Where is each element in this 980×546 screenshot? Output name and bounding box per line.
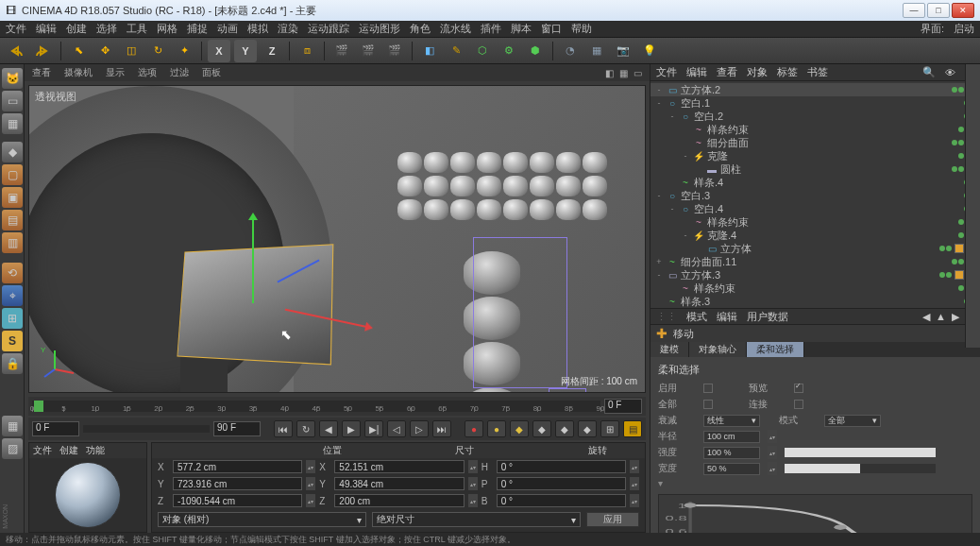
rotate-icon[interactable]: ↻	[146, 40, 169, 62]
obj-menu[interactable]: 书签	[807, 65, 828, 79]
key-rot-button[interactable]: ◆	[555, 420, 574, 437]
model-mode-icon[interactable]: 🐱	[2, 68, 23, 89]
vp-menu-面板[interactable]: 面板	[202, 66, 221, 79]
size-Y-input[interactable]: 49.384 cm	[334, 477, 464, 490]
falloff-select[interactable]: 线性▾	[703, 415, 760, 427]
loop-button[interactable]: ↻	[296, 420, 315, 437]
all-checkbox[interactable]	[703, 400, 713, 409]
rot-Z-input[interactable]: 0 °	[497, 494, 626, 507]
visibility-dots[interactable]	[952, 166, 964, 172]
pos-Z-input[interactable]: -1090.544 cm	[173, 494, 302, 507]
uv-mode-icon[interactable]: ▥	[2, 232, 23, 253]
width-slider[interactable]	[785, 464, 936, 473]
range-slider[interactable]	[83, 425, 210, 433]
end-frame-display[interactable]: 0 F	[604, 399, 642, 414]
undo-icon[interactable]	[6, 40, 28, 62]
strength-slider[interactable]	[785, 448, 936, 457]
vp-layout-icon[interactable]: ▦	[619, 68, 628, 78]
attr-menu[interactable]: 模式	[686, 310, 707, 324]
pen-icon[interactable]: ✎	[445, 40, 467, 62]
axis-mode-icon[interactable]: ▤	[2, 210, 23, 230]
visibility-dots[interactable]	[958, 232, 964, 238]
tree-row[interactable]: ~ 样条约束	[651, 282, 980, 295]
cube-prim-icon[interactable]: ◧	[418, 40, 441, 62]
axis-x-icon[interactable]: X	[208, 40, 230, 62]
nurbs-icon[interactable]: ⬡	[471, 40, 494, 62]
menu-流水线[interactable]: 流水线	[440, 22, 471, 36]
next-key-button[interactable]: ▷	[410, 420, 429, 437]
mat-menu[interactable]: 创建	[59, 444, 78, 457]
falloff-graph[interactable]: 1 0.8 0.6 0.4 0.2 0 0.2 0.4 0.6 0.8 1	[658, 494, 972, 533]
menu-运动跟踪[interactable]: 运动跟踪	[308, 22, 349, 36]
tree-row[interactable]: - ▭ 立方体.2	[651, 83, 980, 96]
obj-eye-icon[interactable]: 👁	[945, 67, 955, 78]
attr-tab[interactable]: 柔和选择	[747, 342, 804, 357]
visibility-dots[interactable]	[939, 272, 952, 278]
next-frame-button[interactable]: ▶|	[364, 420, 383, 437]
render-settings-icon[interactable]: 🎬	[383, 40, 406, 62]
move-icon[interactable]: ✥	[93, 40, 116, 62]
menu-选择[interactable]: 选择	[96, 22, 117, 36]
pos-Y-input[interactable]: 723.916 cm	[173, 477, 302, 490]
tag-icon[interactable]	[955, 270, 964, 280]
vp-config-icon[interactable]: ◧	[605, 68, 614, 78]
tree-row[interactable]: + ~ 细分曲面.11	[651, 255, 980, 268]
lasso-icon[interactable]: ✦	[173, 40, 195, 62]
obj-menu[interactable]: 查看	[717, 65, 737, 79]
mode-select[interactable]: 全部▾	[824, 415, 881, 427]
edge-mode-icon[interactable]: ▢	[2, 164, 23, 185]
tree-row[interactable]: - ▭ 立方体.3 ✕	[651, 268, 980, 282]
attr-menu[interactable]: 编辑	[717, 310, 737, 324]
wire-checkbox[interactable]	[794, 400, 803, 409]
menu-窗口[interactable]: 窗口	[541, 22, 562, 36]
menu-工具[interactable]: 工具	[127, 22, 147, 36]
menu-创建[interactable]: 创建	[66, 22, 87, 36]
key-scale-button[interactable]: ◆	[532, 420, 551, 437]
tree-row[interactable]: ~ 样条约束	[651, 215, 980, 229]
goto-end-button[interactable]: ⏭	[432, 420, 451, 437]
autokey-button[interactable]: ●	[487, 420, 506, 437]
tree-row[interactable]: ~ 样条.3	[651, 295, 980, 308]
vp-menu-选项[interactable]: 选项	[138, 66, 157, 79]
obj-menu[interactable]: 文件	[656, 65, 677, 79]
gizmo-y-axis[interactable]	[252, 218, 254, 303]
rot-Y-input[interactable]: 0 °	[497, 477, 626, 490]
visibility-dots[interactable]	[952, 87, 964, 93]
obj-search-icon[interactable]: 🔍	[922, 66, 936, 78]
generator-icon[interactable]: ⚙	[498, 40, 520, 62]
start-frame-input[interactable]: 0 F	[32, 421, 79, 436]
attr-next-icon[interactable]: ▶	[952, 311, 959, 323]
tree-row[interactable]: - ○ 空白.1	[651, 96, 980, 110]
tweak-icon[interactable]: ⟲	[2, 263, 23, 283]
viewport[interactable]: ⬉ 透视视图 网格间距 : 100 cm Y	[28, 85, 646, 393]
width-input[interactable]: 50 %	[703, 463, 760, 475]
coord-sys-icon[interactable]: ⧈	[296, 40, 318, 62]
render-region-icon[interactable]: 🎬	[357, 40, 380, 62]
minimize-button[interactable]: —	[903, 3, 925, 18]
rot-X-input[interactable]: 0 °	[497, 460, 626, 473]
playhead[interactable]	[34, 401, 43, 412]
close-button[interactable]: ✕	[952, 3, 974, 18]
timeline[interactable]: 051015202530354045505560657075808590 0 F	[28, 397, 646, 416]
size-Z-input[interactable]: 200 cm	[334, 494, 464, 507]
strength-input[interactable]: 100 %	[703, 447, 760, 459]
visibility-dots[interactable]	[958, 153, 964, 159]
mat-menu[interactable]: 文件	[33, 444, 52, 457]
poly-mode-icon[interactable]: ▣	[2, 187, 23, 208]
menu-角色[interactable]: 角色	[410, 22, 431, 36]
maximize-button[interactable]: □	[927, 3, 950, 18]
material-preview[interactable]	[55, 462, 121, 528]
visibility-dots[interactable]	[952, 259, 964, 264]
menu-网格[interactable]: 网格	[157, 22, 177, 36]
pos-X-input[interactable]: 577.2 cm	[173, 460, 302, 473]
object-mode-icon[interactable]: ▭	[2, 91, 23, 111]
key-pos-button[interactable]: ◆	[510, 420, 529, 437]
tree-row[interactable]: - ○ 空白.3	[651, 189, 980, 202]
point-mode-icon[interactable]: ◆	[2, 142, 23, 162]
prev-frame-button[interactable]: ◀	[319, 420, 338, 437]
obj-menu[interactable]: 对象	[747, 65, 768, 79]
attr-add-icon[interactable]: ✚	[656, 326, 667, 341]
attr-tab[interactable]: 建模	[651, 342, 689, 357]
menu-帮助[interactable]: 帮助	[571, 22, 592, 36]
key-param-button[interactable]: ◆	[578, 420, 597, 437]
